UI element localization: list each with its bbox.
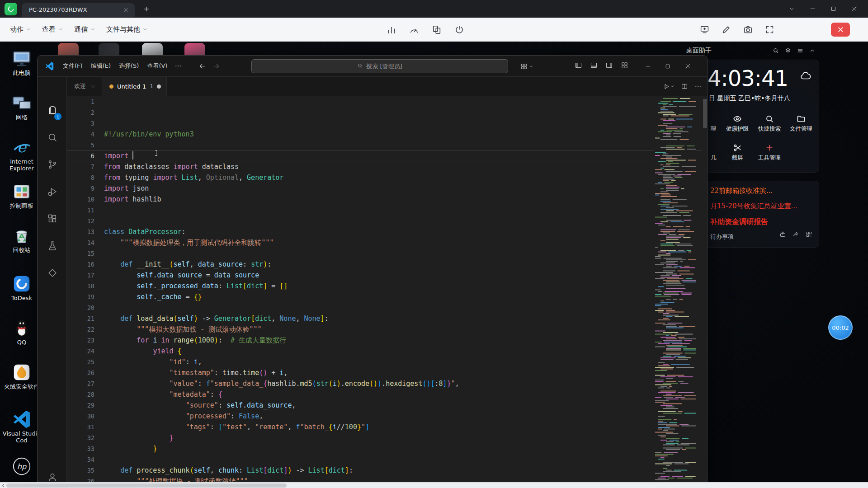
vscode-menu-2[interactable]: 选择(S): [115, 60, 143, 72]
desktop-icon-todesk[interactable]: ToDesk: [1, 274, 42, 301]
activity-account-icon[interactable]: [38, 466, 67, 482]
desktop-icon-network[interactable]: 网络: [1, 93, 42, 121]
news-headline-2[interactable]: 补助资金调研报告: [710, 217, 768, 227]
vscode-menu-1[interactable]: 编辑(E): [87, 60, 115, 72]
desktop-icon-label: ToDesk: [1, 295, 42, 301]
layout-grid-icon[interactable]: [520, 63, 528, 70]
activity-debug-icon[interactable]: [38, 181, 67, 202]
vscode-menu-3[interactable]: 查看(V): [143, 60, 171, 72]
power-icon[interactable]: [454, 25, 464, 35]
share-icon[interactable]: [793, 231, 799, 238]
activity-remote-icon[interactable]: [38, 262, 67, 284]
code-editor[interactable]: 1234#!/usr/bin/env python356import 7from…: [67, 96, 702, 482]
desktop-icon-label: 火绒安全软件: [1, 383, 42, 390]
assistant-shortcut-截屏[interactable]: 截屏: [722, 141, 752, 162]
remote-menu-2[interactable]: 通信: [69, 22, 101, 38]
desktop-icon-recycle-bin[interactable]: 回收站: [1, 226, 42, 253]
assistant-shortcut-健康护眼[interactable]: 健康护眼: [722, 113, 752, 133]
minimap[interactable]: [654, 96, 696, 482]
remote-menu-1[interactable]: 查看: [37, 22, 69, 38]
horizontal-scrollbar[interactable]: [0, 482, 868, 488]
activity-extensions-icon[interactable]: [38, 208, 67, 230]
desktop-icon-huorong[interactable]: 火绒安全软件: [1, 362, 42, 390]
explorer-badge: 1: [54, 113, 61, 120]
scroll-left-arrow[interactable]: [0, 483, 6, 488]
split-editor-button[interactable]: [681, 83, 688, 90]
more-menus-button[interactable]: [171, 60, 185, 72]
desktop-icon-label: 回收站: [1, 247, 42, 253]
modified-dot-icon: [157, 84, 161, 89]
desktop-icon-ie[interactable]: eInternet Explorer: [1, 137, 42, 172]
layers-icon[interactable]: [785, 47, 791, 54]
activity-source-control-icon[interactable]: [38, 154, 67, 175]
tab-close-icon[interactable]: [122, 6, 130, 14]
vscode-close-button[interactable]: [678, 56, 698, 77]
line-number: 23: [67, 335, 104, 346]
back-button[interactable]: [198, 62, 206, 70]
news-headline-0[interactable]: 22前邮箱接收准滨...: [710, 187, 773, 195]
tab-close-icon[interactable]: [90, 83, 96, 90]
file-transfer-icon[interactable]: [432, 25, 442, 35]
toggle-secondary-sidebar-icon[interactable]: [605, 61, 613, 71]
more-actions-button[interactable]: [694, 83, 702, 90]
remote-menu-3[interactable]: 文件与其他: [101, 22, 153, 38]
chevron-down-icon[interactable]: [781, 0, 802, 18]
desktop-icon-qq[interactable]: QQ: [1, 318, 42, 346]
code-line-14: 14 """模拟数据处理类，用于测试代码补全和跳转""": [67, 237, 702, 248]
remote-menu-0[interactable]: 动作: [5, 22, 37, 38]
editor-tab-1[interactable]: Untitled-11: [102, 77, 167, 96]
annotate-icon[interactable]: [722, 25, 731, 34]
assistant-shortcut-快捷搜索[interactable]: 快捷搜索: [755, 113, 784, 133]
activity-files-icon[interactable]: 1: [38, 99, 67, 121]
tab-badge: 1: [150, 83, 153, 89]
stats-icon[interactable]: [387, 25, 396, 35]
vscode-menu-0[interactable]: 文件(F): [59, 60, 87, 72]
screen-share-icon[interactable]: [700, 25, 709, 34]
minimize-icon[interactable]: [802, 0, 823, 18]
remote-session-tab[interactable]: PC-20230703RDWX: [22, 3, 135, 17]
code-text: "processed": False,: [104, 411, 263, 422]
editor-tab-0[interactable]: 欢迎: [67, 77, 102, 96]
menu-icon[interactable]: [797, 47, 803, 54]
export-icon[interactable]: [779, 231, 786, 238]
activity-testing-icon[interactable]: [38, 235, 67, 257]
toggle-panel-icon[interactable]: [590, 61, 598, 71]
close-icon[interactable]: [844, 0, 864, 18]
code-text: import json: [104, 183, 149, 194]
desktop-icon-control-panel[interactable]: 控制面板: [1, 182, 42, 209]
new-tab-button[interactable]: [141, 4, 152, 14]
command-center-search[interactable]: 搜索 [管理员]: [251, 59, 508, 73]
camera-icon[interactable]: [743, 25, 753, 34]
assistant-shortcut-工具管理[interactable]: 工具管理: [755, 141, 784, 162]
network-icon: [12, 93, 32, 113]
horizontal-scrollbar-thumb[interactable]: [6, 483, 287, 488]
toggle-sidebar-icon[interactable]: [575, 61, 582, 71]
desktop-icon-vscode[interactable]: Visual Studio Cod: [1, 409, 42, 444]
news-headline-1[interactable]: 月15-20号收集汇总就业宣...: [710, 202, 797, 211]
collapse-icon[interactable]: [787, 25, 796, 34]
qrcode-icon[interactable]: [806, 231, 812, 238]
editor-scrollbar[interactable]: [702, 96, 708, 482]
customize-layout-icon[interactable]: [621, 61, 628, 71]
activity-search-icon[interactable]: [38, 127, 67, 148]
dashboard-icon[interactable]: [409, 25, 419, 35]
vscode-minimize-button[interactable]: [638, 56, 658, 77]
vscode-title-bar[interactable]: 文件(F)编辑(E)选择(S)查看(V) 搜索 [管理员]: [38, 56, 707, 77]
search-icon[interactable]: [773, 47, 779, 54]
desktop-icon-label: 网络: [1, 114, 42, 121]
desktop-icon-this-pc[interactable]: 此电脑: [1, 49, 42, 76]
fullscreen-icon[interactable]: [765, 25, 774, 34]
vscode-window: 文件(F)编辑(E)选择(S)查看(V) 搜索 [管理员]: [37, 55, 708, 482]
chevron-up-icon[interactable]: [809, 47, 816, 54]
timer-bubble[interactable]: 00:02: [828, 315, 853, 340]
code-text: self._processed_data: List[dict] = []: [104, 281, 288, 291]
editor-scrollbar-thumb[interactable]: [703, 99, 707, 128]
assistant-shortcut-文件管理[interactable]: 文件管理: [786, 113, 816, 133]
run-button[interactable]: [662, 83, 675, 90]
line-number: 4: [67, 129, 104, 140]
maximize-icon[interactable]: [823, 0, 844, 18]
desktop-icon-hp[interactable]: hp: [1, 456, 42, 477]
disconnect-button[interactable]: [831, 23, 850, 37]
forward-button[interactable]: [212, 62, 220, 70]
vscode-maximize-button[interactable]: [658, 56, 678, 77]
